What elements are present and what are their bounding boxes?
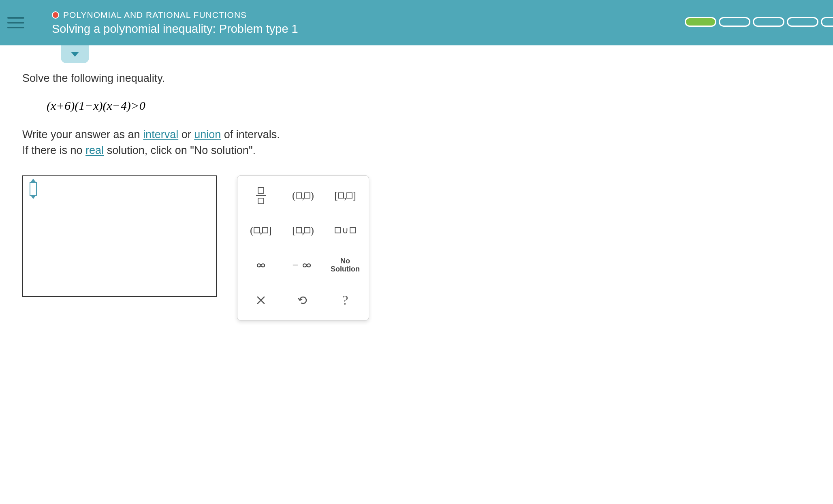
instr-pre: Write your answer as an	[22, 128, 143, 141]
key-closed-open[interactable]: [,)	[283, 214, 323, 247]
progress-bar	[685, 17, 833, 27]
progress-seg-1	[685, 17, 716, 27]
link-real[interactable]: real	[85, 144, 104, 156]
no-sol-l2: Solution	[331, 265, 360, 273]
instructions: Write your answer as an interval or unio…	[22, 127, 811, 158]
key-closed-closed[interactable]: [,]	[325, 179, 365, 212]
instr-mid2: of intervals.	[221, 128, 280, 141]
progress-seg-3	[753, 17, 784, 27]
key-undo[interactable]	[283, 284, 323, 317]
progress-seg-2	[719, 17, 750, 27]
key-no-solution[interactable]: NoSolution	[325, 249, 365, 282]
equation: (x+6)(1−x)(x−4)>0	[47, 97, 811, 115]
key-help[interactable]: ?	[325, 284, 365, 317]
key-clear[interactable]	[241, 284, 281, 317]
key-open-closed[interactable]: (,]	[241, 214, 281, 247]
progress-seg-4	[787, 17, 818, 27]
x-icon	[256, 295, 266, 305]
key-neg-infinity[interactable]: −	[283, 249, 323, 282]
keypad: (,) [,] (,] [,) ∪ − NoSolution ?	[237, 175, 369, 320]
answer-input[interactable]	[22, 175, 217, 297]
link-interval[interactable]: interval	[143, 128, 178, 141]
key-fraction[interactable]	[241, 179, 281, 212]
problem-prompt: Solve the following inequality.	[22, 70, 811, 86]
text-cursor-icon	[30, 182, 37, 196]
link-union[interactable]: union	[194, 128, 221, 141]
menu-icon[interactable]	[7, 13, 28, 33]
key-open-open[interactable]: (,)	[283, 179, 323, 212]
no-sol-l1: No	[340, 257, 350, 265]
undo-icon	[297, 295, 309, 306]
question-icon: ?	[342, 293, 348, 308]
instr2-post: solution, click on "No solution".	[104, 144, 256, 156]
record-icon	[52, 11, 59, 19]
key-union[interactable]: ∪	[325, 214, 365, 247]
expand-tab[interactable]	[61, 45, 89, 63]
instr-mid1: or	[178, 128, 194, 141]
chevron-down-icon	[71, 52, 79, 57]
category-label: POLYNOMIAL AND RATIONAL FUNCTIONS	[63, 10, 247, 20]
key-infinity[interactable]	[241, 249, 281, 282]
progress-seg-5	[821, 17, 833, 27]
app-header: POLYNOMIAL AND RATIONAL FUNCTIONS Solvin…	[0, 0, 833, 45]
instr2-pre: If there is no	[22, 144, 85, 156]
